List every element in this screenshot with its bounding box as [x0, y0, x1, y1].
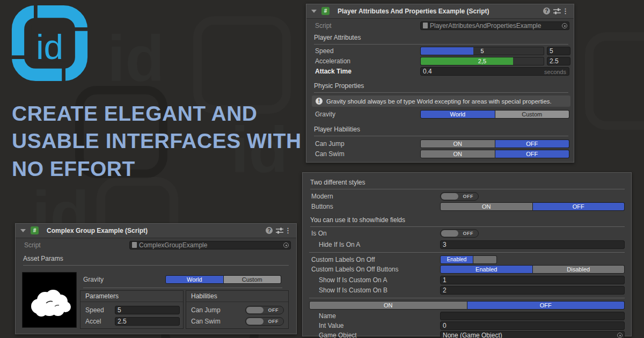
headline: CREATE ELEGANT AND USABLE INTERFACES WIT…: [12, 100, 302, 182]
help-icon[interactable]: ?: [266, 227, 273, 234]
script-file-icon: [132, 242, 137, 248]
bg-pattern-shape: [585, 32, 644, 130]
component-title: Player Attributes And Properties Example…: [338, 8, 489, 15]
attack-time-suffix: seconds: [544, 68, 566, 76]
hide-if-is-on-a-label: Hide If Is On A: [319, 241, 360, 248]
can-jump-label: Can Jump: [191, 306, 221, 314]
custom-labels-toggle[interactable]: Enabled: [440, 255, 497, 264]
presets-icon[interactable]: [276, 227, 283, 234]
speed-slider-value: 5: [421, 47, 544, 55]
parameters-group-title: Parameters: [80, 291, 183, 302]
habilities-group-title: Habilities: [186, 291, 288, 302]
can-swim-label: Can Swim: [191, 318, 221, 325]
accel-label: Accel: [85, 318, 101, 325]
can-jump-on-button[interactable]: ON: [420, 139, 495, 148]
gravity-custom-button[interactable]: Custom: [224, 275, 282, 284]
section-player-attributes: Player Attributes: [314, 34, 568, 45]
cloud-image: [23, 273, 76, 327]
attack-time-label: Attack Time: [315, 68, 352, 75]
script-label: Script: [315, 22, 332, 30]
can-swim-toggle[interactable]: OFF: [245, 317, 284, 326]
divider: [83, 288, 282, 288]
acceleration-slider[interactable]: 2,5: [420, 57, 544, 65]
accel-field[interactable]: 2.5: [115, 317, 180, 326]
speed-label: Speed: [315, 47, 334, 55]
inspector-panel-styles: Two different styles Modern OFF Buttons …: [302, 172, 632, 336]
gravity-world-button[interactable]: World: [165, 275, 224, 284]
acceleration-field[interactable]: 2.5: [547, 57, 570, 65]
toggle-knob: [441, 193, 458, 200]
speed-slider[interactable]: 5: [420, 47, 544, 55]
acceleration-slider-value: 2,5: [421, 57, 544, 65]
inspector-panel-player-attributes: # Player Attributes And Properties Examp…: [306, 4, 574, 163]
gravity-custom-button[interactable]: Custom: [495, 110, 570, 119]
section-player-habilities: Player Habilities: [314, 126, 568, 136]
int-value-label: Int Value: [319, 322, 343, 329]
gravity-label: Gravity: [83, 276, 104, 283]
buttons-label: Buttons: [311, 203, 333, 210]
show-if-custom-b-field[interactable]: 2: [440, 286, 625, 295]
custom-labels-enabled-button[interactable]: Enabled: [440, 265, 533, 274]
speed-field[interactable]: 5: [547, 47, 570, 55]
attack-time-field[interactable]: 0.4 seconds: [420, 67, 569, 76]
big-on-button[interactable]: ON: [309, 301, 467, 310]
asset-preview-image[interactable]: [22, 272, 77, 328]
buttons-on-button[interactable]: ON: [440, 202, 533, 211]
game-object-field[interactable]: None (Game Object): [440, 331, 625, 338]
is-on-toggle[interactable]: OFF: [440, 229, 479, 238]
presets-icon[interactable]: [553, 8, 561, 14]
bg-pattern-shape: [193, 16, 291, 114]
big-off-button[interactable]: OFF: [467, 301, 625, 310]
divider: [309, 298, 625, 298]
game-object-label: Game Object: [319, 332, 357, 338]
hide-if-is-on-a-field[interactable]: 3: [440, 240, 625, 249]
script-label: Script: [24, 241, 41, 249]
inspector-panel-complex-group: # Complex Group Example (Script) ? ⋮ Scr…: [15, 223, 297, 334]
svg-text:id: id: [36, 27, 63, 67]
object-picker-icon[interactable]: [617, 333, 623, 338]
speed-field[interactable]: 5: [115, 306, 180, 314]
show-if-custom-a-label: Show If Is Custom On A: [319, 276, 387, 284]
object-picker-icon[interactable]: [283, 243, 289, 248]
section-physic-properties: Physic Properties: [314, 82, 568, 93]
is-on-label: Is On: [311, 230, 327, 237]
object-picker-icon[interactable]: [562, 23, 567, 28]
info-text: Gravity should always be of type World e…: [326, 98, 552, 105]
can-jump-toggle[interactable]: OFF: [245, 306, 284, 314]
script-object-field[interactable]: PlayerAttributesAndPropertiesExample: [420, 21, 569, 30]
kebab-menu-icon[interactable]: ⋮: [562, 7, 569, 15]
parameters-group-box: Parameters Speed 5 Accel 2.5: [80, 290, 184, 329]
csharp-script-icon: #: [31, 226, 39, 234]
can-jump-label: Can Jump: [315, 140, 345, 148]
help-icon[interactable]: ?: [543, 8, 550, 14]
show-if-custom-a-field[interactable]: 1: [440, 276, 625, 284]
component-header[interactable]: # Player Attributes And Properties Examp…: [306, 4, 574, 19]
habilities-group-box: Habilities Can Jump OFF Can Swim OFF: [186, 290, 289, 329]
custom-labels-buttons-label: Custom Labels On Off Buttons: [311, 266, 399, 273]
can-swim-on-button[interactable]: ON: [420, 150, 495, 158]
id-logo: id: [11, 4, 89, 82]
info-icon: !: [316, 98, 323, 105]
script-object-field[interactable]: ComplexGroupExample: [129, 241, 291, 249]
gravity-world-button[interactable]: World: [420, 110, 495, 119]
name-field[interactable]: [440, 312, 625, 320]
section-two-styles: Two different styles: [310, 179, 625, 189]
component-header[interactable]: # Complex Group Example (Script) ? ⋮: [16, 224, 296, 238]
can-swim-off-button[interactable]: OFF: [495, 150, 570, 158]
buttons-off-button[interactable]: OFF: [533, 202, 625, 211]
foldout-triangle-icon[interactable]: [20, 229, 26, 232]
int-value-field[interactable]: 0: [440, 321, 625, 330]
foldout-triangle-icon[interactable]: [311, 10, 317, 13]
speed-label: Speed: [85, 306, 104, 314]
toggle-knob: [473, 255, 497, 264]
divider: [309, 252, 625, 253]
can-jump-off-button[interactable]: OFF: [495, 139, 570, 148]
custom-labels-disabled-button[interactable]: Disabled: [533, 265, 625, 274]
acceleration-label: Acceleration: [315, 57, 350, 65]
section-asset-params: Asset Params: [23, 255, 289, 266]
info-help-box: ! Gravity should always be of type World…: [312, 95, 570, 107]
modern-label: Modern: [311, 193, 333, 200]
modern-toggle[interactable]: OFF: [440, 192, 479, 201]
toggle-knob: [246, 318, 264, 325]
kebab-menu-icon[interactable]: ⋮: [284, 226, 291, 234]
